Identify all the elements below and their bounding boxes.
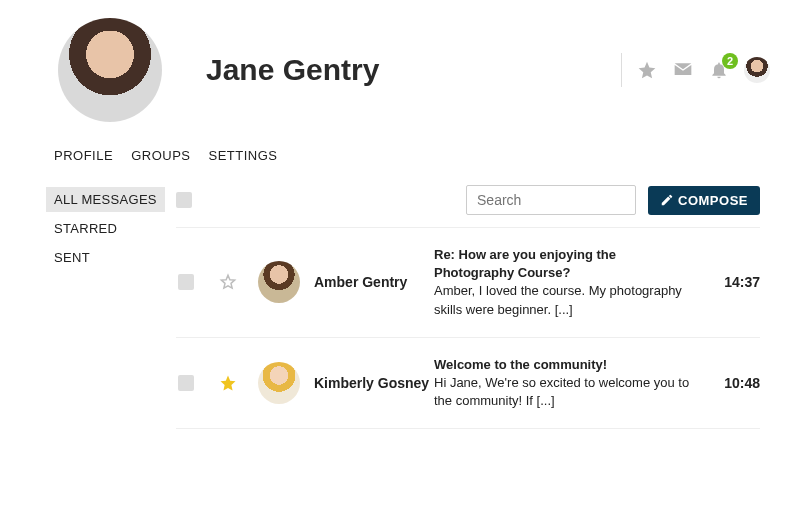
messages-toolbar: COMPOSE xyxy=(176,173,760,228)
compose-label: COMPOSE xyxy=(678,193,748,208)
message-checkbox[interactable] xyxy=(178,375,194,391)
message-preview: Amber, I loved the course. My photograph… xyxy=(434,283,682,316)
header-actions: 2 xyxy=(621,53,770,87)
message-preview: Hi Jane, We're so excited to welcome you… xyxy=(434,375,689,408)
folder-sent[interactable]: SENT xyxy=(46,245,176,270)
message-body: Welcome to the community! Hi Jane, We're… xyxy=(434,356,712,411)
sender-avatar xyxy=(258,261,300,303)
message-checkbox[interactable] xyxy=(178,274,194,290)
sender-name: Amber Gentry xyxy=(314,274,434,290)
search-box[interactable] xyxy=(466,185,636,215)
message-subject: Re: How are you enjoying the Photography… xyxy=(434,247,616,280)
search-input[interactable] xyxy=(477,192,652,208)
header: Jane Gentry 2 xyxy=(0,0,800,130)
messages-panel: COMPOSE Amber Gentry Re: How are you enj… xyxy=(176,173,800,429)
mail-icon[interactable] xyxy=(672,59,694,81)
message-star-toggle[interactable] xyxy=(212,273,244,291)
notification-badge: 2 xyxy=(722,53,738,69)
content: ALL MESSAGES STARRED SENT COMPOSE Amber … xyxy=(0,173,800,429)
message-time: 14:37 xyxy=(712,274,760,290)
message-row[interactable]: Kimberly Gosney Welcome to the community… xyxy=(176,338,760,430)
star-outline-icon xyxy=(219,273,237,291)
folder-starred[interactable]: STARRED xyxy=(46,216,176,241)
star-icon[interactable] xyxy=(636,59,658,81)
message-star-toggle[interactable] xyxy=(212,374,244,392)
tab-settings[interactable]: SETTINGS xyxy=(208,148,277,163)
sender-name: Kimberly Gosney xyxy=(314,375,434,391)
folder-all-messages[interactable]: ALL MESSAGES xyxy=(46,187,165,212)
message-subject: Welcome to the community! xyxy=(434,357,607,372)
sender-avatar xyxy=(258,362,300,404)
folders-sidebar: ALL MESSAGES STARRED SENT xyxy=(46,173,176,429)
bell-icon[interactable]: 2 xyxy=(708,59,730,81)
tab-groups[interactable]: GROUPS xyxy=(131,148,190,163)
message-row[interactable]: Amber Gentry Re: How are you enjoying th… xyxy=(176,228,760,338)
message-body: Re: How are you enjoying the Photography… xyxy=(434,246,712,319)
star-filled-icon xyxy=(219,374,237,392)
profile-name: Jane Gentry xyxy=(206,53,379,87)
compose-icon xyxy=(660,193,674,207)
profile-avatar[interactable] xyxy=(58,18,162,122)
tab-profile[interactable]: PROFILE xyxy=(54,148,113,163)
message-time: 10:48 xyxy=(712,375,760,391)
profile-tabs: PROFILE GROUPS SETTINGS xyxy=(0,130,800,173)
select-all-checkbox[interactable] xyxy=(176,192,192,208)
compose-button[interactable]: COMPOSE xyxy=(648,186,760,215)
user-avatar-small[interactable] xyxy=(744,57,770,83)
